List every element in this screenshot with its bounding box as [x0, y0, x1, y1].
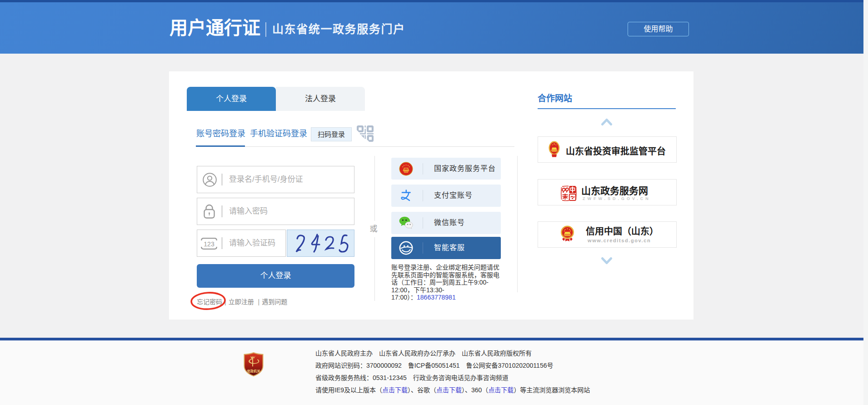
svg-text:123: 123 — [204, 240, 215, 248]
svg-text:党政机关: 党政机关 — [247, 369, 261, 373]
